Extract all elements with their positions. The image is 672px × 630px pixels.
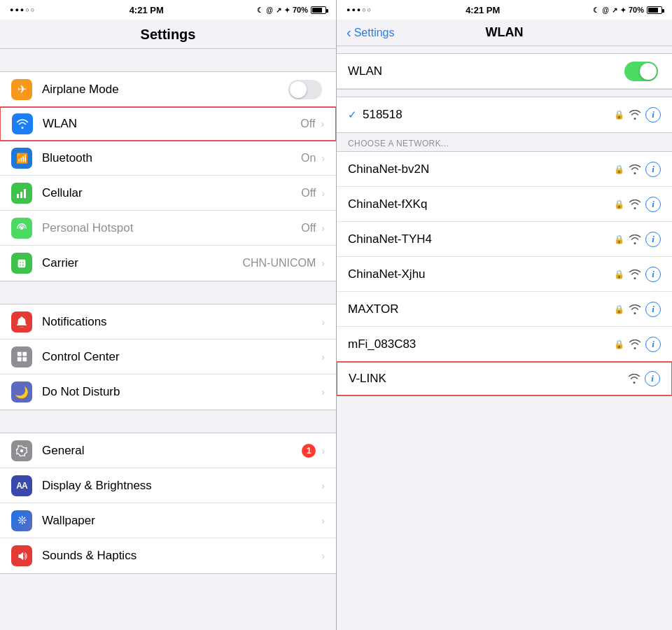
network-name-5: mFi_083C83	[348, 337, 614, 351]
wlan-page-title: WLAN	[486, 25, 524, 40]
settings-list: ✈ Airplane Mode WLAN Off ›	[0, 49, 336, 630]
svg-rect-6	[17, 357, 21, 361]
airplane-mode-item[interactable]: ✈ Airplane Mode	[0, 72, 336, 107]
display-brightness-icon: AA	[11, 475, 32, 496]
network-item-6[interactable]: V-LINK i	[337, 361, 672, 396]
connected-network-icons: 🔒 i	[614, 107, 661, 122]
svg-rect-2	[24, 189, 26, 198]
info-icon-4[interactable]: i	[645, 302, 661, 317]
svg-point-3	[20, 226, 23, 229]
network-icons-0: 🔒 i	[614, 162, 661, 177]
time-left: 4:21 PM	[130, 5, 164, 15]
info-icon-3[interactable]: i	[645, 267, 661, 282]
bluetooth-item[interactable]: 📶 Bluetooth On ›	[0, 141, 336, 176]
sounds-item[interactable]: Sounds & Haptics ›	[0, 538, 336, 573]
network-icons-4: 🔒 i	[614, 302, 661, 317]
svg-rect-5	[22, 352, 27, 356]
status-icons-left: ☾ @ ↗ ✦ 70%	[257, 6, 326, 14]
donotdisturb-label: Do Not Disturb	[42, 385, 320, 399]
wifi-symbol	[16, 119, 29, 129]
carrier-chevron: ›	[321, 258, 325, 269]
wifi-icon-3	[629, 270, 641, 279]
hotspot-item[interactable]: Personal Hotspot Off ›	[0, 211, 336, 246]
network-name-0: ChinaNet-bv2N	[348, 162, 614, 176]
bluetooth-chevron: ›	[321, 153, 325, 164]
cellular-value: Off	[301, 187, 316, 200]
network-name-4: MAXTOR	[348, 302, 614, 316]
wlan-label: WLAN	[43, 117, 300, 131]
signal-dots: ●●●○○	[10, 6, 36, 13]
status-bar-right: ●●●○○ 4:21 PM ☾ @ ↗ ✦ 70%	[337, 0, 672, 20]
wlan-toggle-switch[interactable]	[624, 62, 658, 81]
airplane-label: Airplane Mode	[42, 83, 288, 97]
battery-icon-right	[647, 6, 662, 14]
donotdisturb-item[interactable]: 🌙 Do Not Disturb ›	[0, 374, 336, 410]
display-brightness-label: Display & Brightness	[42, 479, 320, 493]
info-icon-0[interactable]: i	[645, 162, 661, 177]
status-icons-right: ☾ @ ↗ ✦ 70%	[593, 6, 662, 14]
network-name-2: ChinaNet-TYH4	[348, 232, 614, 246]
controlcenter-item[interactable]: Control Center ›	[0, 340, 336, 374]
connected-network-section: ✓ 518518 🔒 i	[337, 97, 672, 133]
hotspot-value: Off	[301, 222, 316, 234]
svg-rect-1	[20, 192, 22, 198]
notifications-item[interactable]: Notifications ›	[0, 304, 336, 340]
info-icon-6[interactable]: i	[645, 371, 660, 386]
network-item-3[interactable]: ChinaNet-Xjhu 🔒 i	[337, 257, 672, 292]
network-name-3: ChinaNet-Xjhu	[348, 267, 614, 281]
carrier-value: CHN-UNICOM	[242, 257, 316, 270]
wlan-nav-header: ‹ Settings WLAN	[337, 20, 672, 46]
airplane-toggle[interactable]	[288, 80, 322, 99]
checkmark-icon: ✓	[348, 108, 357, 121]
cellular-label: Cellular	[42, 186, 301, 200]
controlcenter-chevron: ›	[321, 351, 325, 363]
network-item-5[interactable]: mFi_083C83 🔒 i	[337, 327, 672, 362]
carrier-item[interactable]: Carrier CHN-UNICOM ›	[0, 246, 336, 281]
network-item-1[interactable]: ChinaNet-fXKq 🔒 i	[337, 187, 672, 222]
svg-rect-4	[17, 352, 21, 356]
info-icon-2[interactable]: i	[645, 232, 661, 247]
network-name-6: V-LINK	[349, 372, 628, 386]
network-item-0[interactable]: ChinaNet-bv2N 🔒 i	[337, 152, 672, 187]
wallpaper-label: Wallpaper	[42, 514, 320, 528]
network-icons-3: 🔒 i	[614, 267, 661, 282]
wlan-toggle-row[interactable]: WLAN	[337, 54, 672, 89]
back-label[interactable]: Settings	[354, 27, 395, 39]
info-icon-5[interactable]: i	[645, 337, 661, 352]
general-item[interactable]: General 1 ›	[0, 433, 336, 468]
connected-network-item[interactable]: ✓ 518518 🔒 i	[337, 97, 672, 132]
hotspot-label: Personal Hotspot	[42, 221, 301, 235]
network-name-1: ChinaNet-fXKq	[348, 197, 614, 211]
back-button[interactable]: ‹ Settings	[346, 24, 394, 41]
time-right: 4:21 PM	[465, 5, 500, 15]
network-list-section: ChinaNet-bv2N 🔒 i ChinaNet-fXKq 🔒	[337, 151, 672, 396]
lock-icon-5: 🔒	[614, 340, 624, 349]
network-icons-1: 🔒 i	[614, 197, 661, 212]
lock-icon: 🔒	[614, 110, 624, 120]
network-item-2[interactable]: ChinaNet-TYH4 🔒 i	[337, 222, 672, 257]
connected-info-icon[interactable]: i	[645, 107, 661, 122]
wlan-phone: ●●●○○ 4:21 PM ☾ @ ↗ ✦ 70% ‹ Settings WLA…	[336, 0, 672, 630]
lock-icon-1: 🔒	[614, 200, 624, 209]
personalization-group: General 1 › AA Display & Brightness › ❊ …	[0, 433, 336, 574]
network-icons-5: 🔒 i	[614, 337, 661, 352]
wlan-list: WLAN ✓ 518518 🔒 i	[337, 46, 672, 630]
cellular-item[interactable]: Cellular Off ›	[0, 176, 336, 211]
wlan-icon	[12, 113, 33, 134]
general-icon	[11, 440, 32, 461]
general-label: General	[42, 444, 302, 458]
airplane-icon: ✈	[11, 79, 32, 100]
controlcenter-icon	[11, 346, 32, 368]
donotdisturb-chevron: ›	[321, 386, 325, 398]
network-item-4[interactable]: MAXTOR 🔒 i	[337, 292, 672, 327]
general-badge: 1	[302, 444, 316, 458]
wlan-item[interactable]: WLAN Off ›	[0, 106, 336, 141]
display-brightness-item[interactable]: AA Display & Brightness ›	[0, 468, 336, 503]
lock-icon-2: 🔒	[614, 234, 624, 244]
wifi-icon-4	[629, 304, 641, 314]
settings-title: Settings	[0, 20, 336, 49]
network-icons-2: 🔒 i	[614, 232, 661, 247]
wifi-icon-6	[628, 374, 640, 384]
info-icon-1[interactable]: i	[645, 197, 661, 212]
wallpaper-item[interactable]: ❊ Wallpaper ›	[0, 503, 336, 538]
